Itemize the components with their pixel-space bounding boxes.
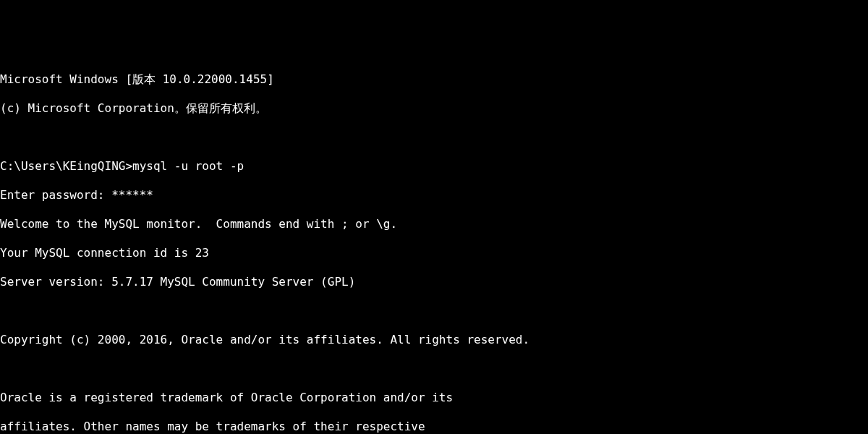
server-version-line: Server version: 5.7.17 MySQL Community S… <box>0 275 868 289</box>
trademark-line-2: affiliates. Other names may be trademark… <box>0 420 868 434</box>
blank-line <box>0 130 868 145</box>
password-prompt-line: Enter password: ****** <box>0 188 868 203</box>
copyright-line: (c) Microsoft Corporation。保留所有权利。 <box>0 101 868 116</box>
windows-version-line: Microsoft Windows [版本 10.0.22000.1455] <box>0 72 868 87</box>
connection-id-line: Your MySQL connection id is 23 <box>0 246 868 260</box>
welcome-line: Welcome to the MySQL monitor. Commands e… <box>0 217 868 231</box>
blank-line <box>0 304 868 318</box>
command-prompt-line: C:\Users\KEingQING>mysql -u root -p <box>0 159 868 174</box>
blank-line <box>0 362 868 376</box>
trademark-line-1: Oracle is a registered trademark of Orac… <box>0 391 868 405</box>
terminal-window[interactable]: Microsoft Windows [版本 10.0.22000.1455] (… <box>0 58 868 434</box>
oracle-copyright-line: Copyright (c) 2000, 2016, Oracle and/or … <box>0 333 868 347</box>
